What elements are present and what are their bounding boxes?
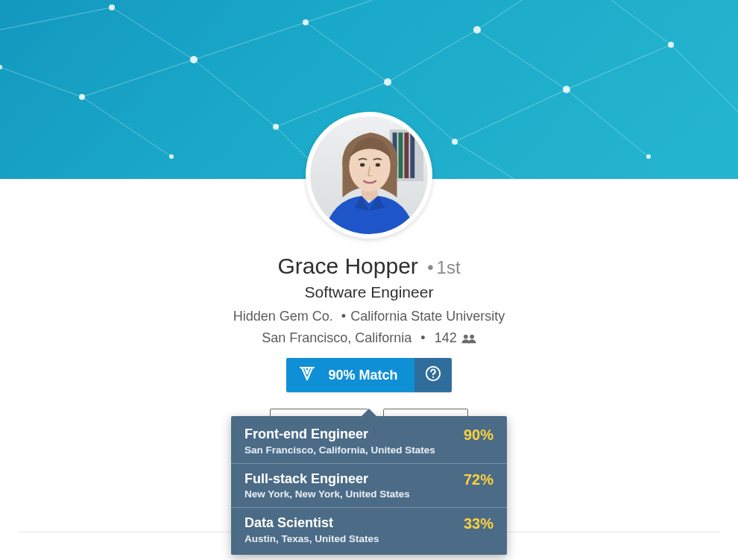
profile-location: San Francisco, California [262, 330, 411, 346]
svg-line-13 [567, 45, 671, 89]
svg-line-20 [455, 142, 514, 179]
svg-line-5 [194, 22, 306, 60]
svg-point-44 [376, 163, 380, 167]
tooltip-match-pct: 33% [464, 515, 493, 532]
svg-point-45 [464, 334, 468, 339]
svg-point-25 [303, 19, 309, 25]
svg-point-22 [190, 56, 198, 63]
avatar[interactable] [306, 112, 432, 239]
separator-dot: • [424, 257, 436, 277]
svg-point-26 [384, 78, 391, 86]
svg-line-16 [567, 89, 649, 157]
svg-line-17 [306, 0, 373, 22]
tooltip-job-title: Data Scientist [245, 515, 379, 532]
svg-rect-39 [404, 133, 409, 178]
svg-line-18 [477, 0, 522, 30]
svg-line-1 [112, 7, 194, 60]
profile-name: Grace Hopper [277, 254, 417, 278]
svg-line-3 [0, 67, 82, 97]
svg-point-23 [79, 94, 85, 100]
tooltip-match-pct: 90% [464, 427, 493, 444]
svg-line-6 [306, 22, 388, 82]
tooltip-job-location: New York, New York, United States [245, 488, 410, 500]
svg-point-43 [360, 163, 365, 167]
svg-point-29 [563, 86, 570, 93]
match-label: 90% Match [328, 368, 397, 383]
separator-dot: • [416, 330, 429, 346]
svg-line-2 [82, 60, 194, 97]
svg-point-28 [473, 26, 481, 34]
tooltip-job-title: Front-end Engineer [245, 427, 435, 443]
profile-title: Software Engineer [0, 283, 738, 301]
svg-point-30 [452, 139, 458, 145]
match-help-button[interactable] [414, 358, 452, 392]
match-tooltip-row[interactable]: Front-end Engineer San Francisco, Califo… [231, 419, 507, 463]
match-tooltip-row[interactable]: Full-stack Engineer New York, New York, … [231, 463, 507, 508]
connections-count[interactable]: 142 [435, 330, 457, 346]
svg-line-14 [671, 45, 738, 112]
svg-line-10 [477, 30, 567, 89]
avatar-image [310, 116, 428, 234]
connections-icon [461, 333, 476, 344]
profile-company[interactable]: Hidden Gem Co. [233, 309, 333, 324]
help-icon [425, 365, 441, 385]
svg-point-31 [668, 42, 674, 48]
svg-line-9 [388, 30, 477, 82]
svg-point-48 [432, 377, 433, 378]
tooltip-job-location: San Francisco, California, United States [245, 444, 435, 456]
match-tooltip: Front-end Engineer San Francisco, Califo… [231, 416, 507, 555]
svg-point-32 [646, 154, 651, 159]
svg-line-15 [611, 0, 671, 45]
svg-line-4 [82, 97, 171, 157]
tooltip-job-location: Austin, Texas, United States [245, 533, 379, 544]
match-button[interactable]: 90% Match [286, 358, 451, 392]
svg-line-11 [455, 89, 567, 142]
svg-point-21 [109, 4, 115, 10]
profile-school[interactable]: California State University [350, 309, 505, 324]
svg-point-46 [470, 334, 474, 339]
connection-degree: 1st [437, 257, 461, 277]
svg-point-33 [0, 65, 2, 69]
svg-line-8 [194, 60, 276, 127]
svg-point-24 [169, 154, 174, 159]
svg-line-0 [0, 7, 112, 30]
tooltip-job-title: Full-stack Engineer [245, 471, 410, 488]
match-tooltip-row[interactable]: Data Scientist Austin, Texas, United Sta… [231, 507, 507, 552]
svg-rect-40 [410, 133, 414, 178]
svg-point-27 [273, 124, 279, 130]
tooltip-match-pct: 72% [464, 471, 493, 488]
separator-dot: • [337, 309, 350, 324]
match-logo-icon [298, 365, 316, 386]
svg-rect-38 [399, 133, 403, 178]
